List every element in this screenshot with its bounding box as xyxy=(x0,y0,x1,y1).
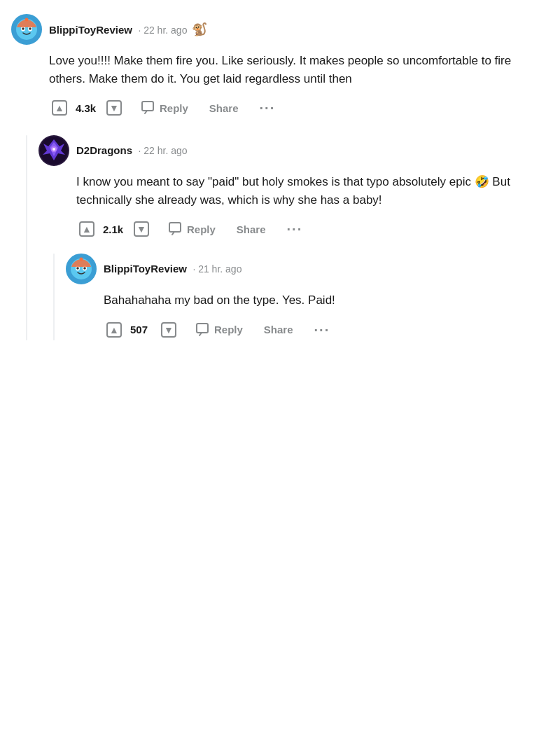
reply-label-3: Reply xyxy=(214,324,243,335)
svg-point-20 xyxy=(80,258,83,261)
username-3[interactable]: BlippiToyReview xyxy=(104,263,187,275)
reply-icon-2 xyxy=(169,222,183,236)
nested-content-2: BlippiToyReview · 21 hr. ago Bahahahaha … xyxy=(66,254,549,340)
reply-label: Reply xyxy=(160,102,188,114)
share-button[interactable]: Share xyxy=(205,99,243,117)
svg-point-4 xyxy=(22,27,24,30)
upvote-button[interactable]: ▲ xyxy=(49,97,70,118)
share-label-3: Share xyxy=(264,324,293,335)
thread-line-2 xyxy=(53,254,55,340)
svg-point-19 xyxy=(83,267,86,270)
svg-rect-13 xyxy=(169,223,181,232)
username-2[interactable]: D2Dragons xyxy=(76,144,132,156)
share-button-3[interactable]: Share xyxy=(260,321,298,338)
comment-header-3: BlippiToyReview · 21 hr. ago xyxy=(66,254,549,284)
vote-count-3: 507 xyxy=(130,324,153,335)
share-label-2: Share xyxy=(237,223,266,235)
username-time: BlippiToyReview · 22 hr. ago 🐒 xyxy=(49,22,207,37)
vote-group-2: ▲ 2.1k ▼ xyxy=(76,219,152,240)
username[interactable]: BlippiToyReview xyxy=(49,24,132,36)
vote-count: 4.3k xyxy=(76,102,98,114)
svg-point-12 xyxy=(52,148,55,151)
reply-icon-3 xyxy=(196,323,210,337)
reply-label-2: Reply xyxy=(187,223,216,235)
reply-icon xyxy=(141,101,155,115)
reply-button-3[interactable]: Reply xyxy=(192,320,247,340)
comment-body: Love you!!!! Make them fire you. Like se… xyxy=(49,52,549,118)
action-bar-3: ▲ 507 ▼ Reply xyxy=(104,319,549,340)
upvote-icon-3: ▲ xyxy=(106,322,122,338)
nested-comment-2: BlippiToyReview · 21 hr. ago Bahahahaha … xyxy=(38,254,549,340)
more-options-button-2[interactable]: ··· xyxy=(283,219,307,239)
comment-text-2: I know you meant to say "paid" but holy … xyxy=(76,173,549,209)
downvote-icon: ▼ xyxy=(106,100,122,116)
main-comment: BlippiToyReview · 22 hr. ago 🐒 Love you!… xyxy=(11,14,549,118)
comment-header: BlippiToyReview · 22 hr. ago 🐒 xyxy=(11,14,549,45)
reply-button[interactable]: Reply xyxy=(137,98,192,118)
downvote-button[interactable]: ▼ xyxy=(104,97,125,118)
downvote-icon-3: ▼ xyxy=(161,322,176,338)
thread-line xyxy=(26,135,27,340)
avatar-3 xyxy=(66,254,97,284)
action-bar-2: ▲ 2.1k ▼ Reply Share ··· xyxy=(76,219,549,240)
share-button-2[interactable]: Share xyxy=(232,221,270,238)
upvote-icon-2: ▲ xyxy=(79,221,94,237)
svg-point-5 xyxy=(29,27,31,30)
comment-body-3: Bahahahaha my bad on the type. Yes. Paid… xyxy=(104,291,549,340)
downvote-button-3[interactable]: ▼ xyxy=(158,319,179,340)
comment-text-3: Bahahahaha my bad on the type. Yes. Paid… xyxy=(104,291,549,310)
avatar-d2dragons xyxy=(38,135,69,166)
timestamp-3: · 21 hr. ago xyxy=(192,263,241,275)
avatar xyxy=(11,14,42,45)
svg-point-6 xyxy=(25,18,29,22)
nested-comment-1: D2Dragons · 22 hr. ago I know you meant … xyxy=(11,135,549,340)
svg-rect-21 xyxy=(197,324,208,333)
svg-rect-7 xyxy=(142,102,153,111)
vote-group: ▲ 4.3k ▼ xyxy=(49,97,125,118)
reply-button-2[interactable]: Reply xyxy=(164,219,220,239)
comment-text: Love you!!!! Make them fire you. Like se… xyxy=(49,52,549,88)
timestamp: · 22 hr. ago xyxy=(138,25,187,36)
upvote-button-2[interactable]: ▲ xyxy=(76,219,97,240)
more-options-button-3[interactable]: ··· xyxy=(310,320,335,340)
timestamp-2: · 22 hr. ago xyxy=(138,145,187,156)
action-bar: ▲ 4.3k ▼ Reply Share ··· xyxy=(49,97,549,118)
upvote-icon: ▲ xyxy=(52,100,67,116)
header-emoji: 🐒 xyxy=(192,22,207,36)
share-label: Share xyxy=(209,102,239,114)
nested-content: D2Dragons · 22 hr. ago I know you meant … xyxy=(38,135,549,340)
username-time-3: BlippiToyReview · 21 hr. ago xyxy=(104,263,241,275)
comment-header-2: D2Dragons · 22 hr. ago xyxy=(38,135,549,166)
vote-count-2: 2.1k xyxy=(103,223,125,235)
more-options-button[interactable]: ··· xyxy=(255,98,280,118)
upvote-button-3[interactable]: ▲ xyxy=(104,319,125,340)
vote-group-3: ▲ 507 ▼ xyxy=(104,319,179,340)
comment-body-2: I know you meant to say "paid" but holy … xyxy=(76,173,549,240)
username-time-2: D2Dragons · 22 hr. ago xyxy=(76,144,188,157)
downvote-button-2[interactable]: ▼ xyxy=(131,219,152,240)
svg-point-18 xyxy=(76,267,79,270)
downvote-icon-2: ▼ xyxy=(134,221,149,237)
